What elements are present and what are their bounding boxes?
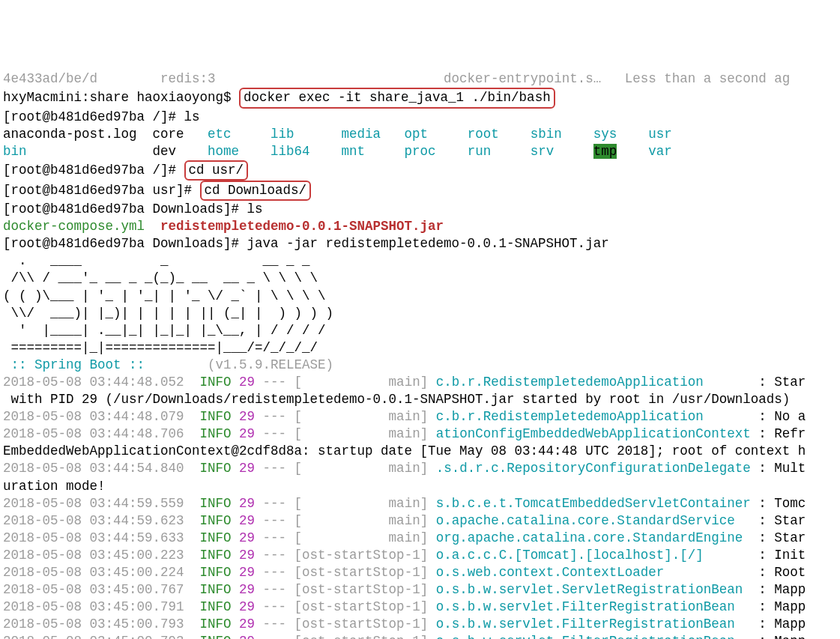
log-timestamp: 2018-05-08 03:45:00.223 <box>3 548 200 563</box>
terminal-line: ' |____| .__|_| |_|_| |_\__, | / / / / <box>3 322 837 339</box>
log-timestamp: 2018-05-08 03:45:00.793 <box>3 617 200 632</box>
terminal-line: =========|_|==============|___/=/_/_/_/ <box>3 339 837 357</box>
terminal-line: bin dev home lib64 mnt proc run srv tmp … <box>3 143 837 160</box>
terminal-line: [root@b481d6ed97ba /]# ls <box>3 109 837 126</box>
log-logger-class: o.s.b.w.servlet.FilterRegistrationBean <box>436 599 751 614</box>
terminal-line: [root@b481d6ed97ba Downloads]# java -jar… <box>3 235 837 252</box>
log-timestamp: 2018-05-08 03:44:48.052 <box>3 375 200 390</box>
log-level: INFO <box>200 513 232 528</box>
terminal-line: ( ( )\___ | '_ | '_| | '_ \/ _` | \ \ \ … <box>3 288 837 305</box>
terminal-line: 2018-05-08 03:45:00.224 INFO 29 --- [ost… <box>3 564 837 581</box>
log-level: INFO <box>200 599 232 614</box>
terminal-line: 2018-05-08 03:44:59.633 INFO 29 --- [ ma… <box>3 530 837 547</box>
log-logger-class: o.s.b.w.servlet.FilterRegistrationBean <box>436 634 751 639</box>
log-logger-class: o.a.c.c.C.[Tomcat].[localhost].[/] <box>436 548 751 563</box>
terminal-line: :: Spring Boot :: (v1.5.9.RELEASE) <box>3 357 837 374</box>
log-pid: 29 <box>239 617 255 632</box>
log-timestamp: 2018-05-08 03:44:54.840 <box>3 461 200 476</box>
terminal-line: 2018-05-08 03:45:00.791 INFO 29 --- [ost… <box>3 599 837 616</box>
log-timestamp: 2018-05-08 03:44:48.079 <box>3 409 200 424</box>
log-level: INFO <box>200 634 232 639</box>
terminal-line: 2018-05-08 03:44:54.840 INFO 29 --- [ ma… <box>3 460 837 477</box>
highlight-box-cd-usr: cd usr/ <box>184 160 249 181</box>
log-pid: 29 <box>239 530 255 545</box>
terminal-output[interactable]: 4e433ad/be/d redis:3 docker-entrypoint.s… <box>3 70 837 639</box>
log-pid: 29 <box>239 565 255 580</box>
log-logger-class: o.apache.catalina.core.StandardService <box>436 513 751 528</box>
terminal-line: anaconda-post.log core etc lib media opt… <box>3 126 837 143</box>
log-level: INFO <box>200 496 232 511</box>
terminal-line: docker-compose.yml redistempletedemo-0.0… <box>3 218 837 235</box>
log-logger-class: ationConfigEmbeddedWebApplicationContext <box>436 426 751 441</box>
terminal-line: [root@b481d6ed97ba Downloads]# ls <box>3 201 837 218</box>
log-timestamp: 2018-05-08 03:45:00.791 <box>3 599 200 614</box>
terminal-line: 2018-05-08 03:45:00.793 INFO 29 --- [ost… <box>3 633 837 639</box>
log-logger-class: c.b.r.RedistempletedemoApplication <box>436 375 751 390</box>
terminal-line: . ____ _ __ _ _ <box>3 252 837 270</box>
terminal-line: 2018-05-08 03:45:00.793 INFO 29 --- [ost… <box>3 616 837 633</box>
log-timestamp: 2018-05-08 03:45:00.793 <box>3 634 200 639</box>
terminal-line: EmbeddedWebApplicationContext@2cdf8d8a: … <box>3 443 837 460</box>
log-level: INFO <box>200 565 232 580</box>
terminal-line: 2018-05-08 03:44:59.559 INFO 29 --- [ ma… <box>3 495 837 512</box>
log-pid: 29 <box>239 548 255 563</box>
log-pid: 29 <box>239 409 255 424</box>
terminal-line: [root@b481d6ed97ba /]# cd usr/ <box>3 160 837 181</box>
log-logger-class: o.s.b.w.servlet.FilterRegistrationBean <box>436 617 751 632</box>
log-pid: 29 <box>239 599 255 614</box>
log-logger-class: org.apache.catalina.core.StandardEngine <box>436 530 751 545</box>
terminal-line: with PID 29 (/usr/Downloads/redistemplet… <box>3 391 837 408</box>
log-timestamp: 2018-05-08 03:44:59.623 <box>3 513 200 528</box>
highlight-box-docker-exec: docker exec -it share_java_1 ./bin/bash <box>239 88 555 108</box>
terminal-line: hxyMacmini:share haoxiaoyong$ docker exe… <box>3 88 837 108</box>
terminal-line: uration mode! <box>3 478 837 495</box>
log-logger-class: c.b.r.RedistempletedemoApplication <box>436 409 751 424</box>
log-pid: 29 <box>239 375 255 390</box>
terminal-line: 2018-05-08 03:44:59.623 INFO 29 --- [ ma… <box>3 512 837 530</box>
log-level: INFO <box>200 617 232 632</box>
log-logger-class: .s.d.r.c.RepositoryConfigurationDelegate <box>436 461 751 476</box>
log-level: INFO <box>200 409 232 424</box>
log-timestamp: 2018-05-08 03:45:00.224 <box>3 565 200 580</box>
terminal-line: 2018-05-08 03:45:00.223 INFO 29 --- [ost… <box>3 547 837 564</box>
terminal-line: 2018-05-08 03:44:48.079 INFO 29 --- [ ma… <box>3 408 837 426</box>
log-pid: 29 <box>239 634 255 639</box>
log-level: INFO <box>200 530 232 545</box>
log-logger-class: o.s.web.context.ContextLoader <box>436 565 751 580</box>
terminal-line: 2018-05-08 03:44:48.706 INFO 29 --- [ ma… <box>3 426 837 443</box>
highlight-box-cd-downloads: cd Downloads/ <box>200 181 312 201</box>
terminal-line: [root@b481d6ed97ba usr]# cd Downloads/ <box>3 181 837 201</box>
log-pid: 29 <box>239 582 255 597</box>
log-pid: 29 <box>239 496 255 511</box>
log-timestamp: 2018-05-08 03:44:59.559 <box>3 496 200 511</box>
log-level: INFO <box>200 461 232 476</box>
log-logger-class: s.b.c.e.t.TomcatEmbeddedServletContainer <box>436 496 751 511</box>
log-level: INFO <box>200 582 232 597</box>
log-timestamp: 2018-05-08 03:44:59.633 <box>3 530 200 545</box>
terminal-line: 2018-05-08 03:44:48.052 INFO 29 --- [ ma… <box>3 374 837 391</box>
terminal-line: /\\ / ___'_ __ _ _(_)_ __ __ _ \ \ \ \ <box>3 270 837 287</box>
terminal-line: \\/ ___)| |_)| | | | | || (_| | ) ) ) ) <box>3 305 837 322</box>
log-timestamp: 2018-05-08 03:44:48.706 <box>3 426 200 441</box>
log-level: INFO <box>200 426 232 441</box>
log-pid: 29 <box>239 426 255 441</box>
log-logger-class: o.s.b.w.servlet.ServletRegistrationBean <box>436 582 751 597</box>
log-level: INFO <box>200 375 232 390</box>
log-pid: 29 <box>239 461 255 476</box>
log-level: INFO <box>200 548 232 563</box>
terminal-line: 4e433ad/be/d redis:3 docker-entrypoint.s… <box>3 70 837 88</box>
terminal-line: 2018-05-08 03:45:00.767 INFO 29 --- [ost… <box>3 581 837 599</box>
log-pid: 29 <box>239 513 255 528</box>
log-timestamp: 2018-05-08 03:45:00.767 <box>3 582 200 597</box>
